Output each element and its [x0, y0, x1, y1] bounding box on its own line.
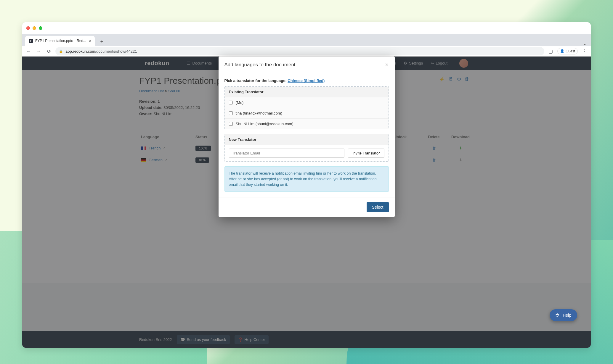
- modal-overlay[interactable]: Add languages to the document × Pick a t…: [22, 57, 591, 348]
- browser-tab-active[interactable]: r FYP1 Presentation.pptx – Red... ×: [25, 36, 95, 46]
- invite-translator-button[interactable]: Invite Translator: [348, 149, 384, 158]
- url-field[interactable]: 🔒 app.redokun.com/documents/show/44221: [55, 47, 544, 55]
- browser-titlebar: [22, 22, 591, 34]
- life-ring-icon: ⛑: [556, 313, 560, 318]
- back-button[interactable]: ←: [25, 48, 32, 55]
- window-maximize-button[interactable]: [39, 26, 42, 30]
- modal-header: Add languages to the document ×: [219, 57, 395, 73]
- url-domain: app.redokun.com: [65, 49, 95, 54]
- translator-option[interactable]: (Me): [225, 97, 389, 108]
- translator-email-input[interactable]: [229, 149, 345, 158]
- modal-footer: Select: [219, 197, 395, 217]
- panel-icon[interactable]: ▢: [547, 48, 554, 55]
- window-close-button[interactable]: [26, 26, 30, 30]
- kebab-menu-icon[interactable]: ⋮: [581, 48, 588, 55]
- select-button[interactable]: Select: [367, 202, 389, 212]
- forward-button[interactable]: →: [35, 48, 42, 55]
- reload-button[interactable]: ⟳: [45, 48, 52, 55]
- translator-checkbox[interactable]: [229, 111, 233, 115]
- info-box: The translator will receive a notificati…: [224, 166, 389, 192]
- profile-label: Guest: [566, 49, 575, 53]
- existing-translator-heading: Existing Translator: [225, 87, 389, 97]
- modal-close-button[interactable]: ×: [385, 61, 389, 68]
- help-widget[interactable]: ⛑ Help: [550, 309, 577, 321]
- tab-title: FYP1 Presentation.pptx – Red...: [35, 39, 86, 43]
- pick-translator-line: Pick a translator for the language: Chin…: [224, 78, 389, 83]
- browser-window: r FYP1 Presentation.pptx – Red... × + ⌄ …: [22, 22, 591, 348]
- translator-option[interactable]: tina (tina4cx@hotmail.com): [225, 108, 389, 119]
- url-path: /documents/show/44221: [95, 49, 137, 54]
- profile-chip[interactable]: 👤 Guest: [557, 48, 578, 54]
- translator-checkbox[interactable]: [229, 101, 233, 104]
- new-translator-box: New Translator Invite Translator: [224, 134, 389, 162]
- new-translator-heading: New Translator: [225, 134, 389, 145]
- add-languages-modal: Add languages to the document × Pick a t…: [219, 57, 395, 217]
- language-link[interactable]: Chinese (Simplified): [288, 78, 325, 83]
- browser-tabs: r FYP1 Presentation.pptx – Red... × + ⌄: [22, 34, 591, 46]
- window-minimize-button[interactable]: [33, 26, 36, 30]
- tabs-dropdown-icon[interactable]: ⌄: [583, 41, 587, 46]
- translator-checkbox[interactable]: [229, 122, 233, 126]
- new-tab-button[interactable]: +: [98, 38, 106, 46]
- lock-icon: 🔒: [59, 49, 63, 53]
- person-icon: 👤: [560, 49, 564, 53]
- address-bar: ← → ⟳ 🔒 app.redokun.com/documents/show/4…: [22, 46, 591, 57]
- traffic-lights: [26, 26, 42, 30]
- favicon: r: [29, 39, 33, 43]
- modal-title: Add languages to the document: [224, 62, 296, 68]
- translator-option[interactable]: Shu Ni Lim (shuni@redokun.com): [225, 119, 389, 129]
- tab-close-icon[interactable]: ×: [89, 38, 91, 44]
- existing-translator-box: Existing Translator (Me) tina (tina4cx@h…: [224, 86, 389, 129]
